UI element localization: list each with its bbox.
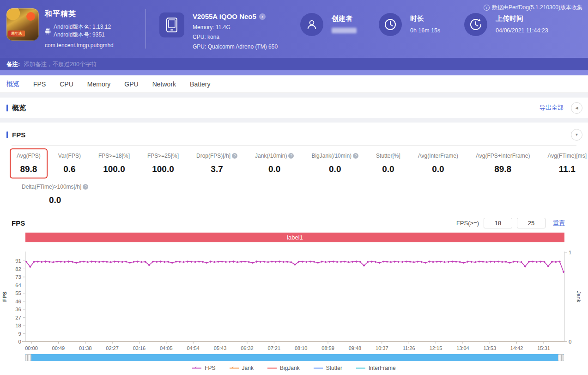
android-version-name: Android版本名: 1.13.12 [54,23,111,31]
tab-Network[interactable]: Network [152,80,176,88]
help-icon[interactable] [232,153,237,159]
svg-text:11:26: 11:26 [403,345,415,351]
fps-chart[interactable]: 0918273646556473829101FPSJank00:0000:490… [0,242,588,353]
stat-value: 0.0 [255,164,294,174]
game-title: 和平精英 [45,9,114,19]
creator-label: 创建者 [332,14,357,23]
tab-概览[interactable]: 概览 [6,80,19,88]
legend-FPS[interactable]: FPS [192,365,215,371]
tab-Memory[interactable]: Memory [87,80,111,88]
svg-text:91: 91 [15,258,21,264]
device-info-icon[interactable]: i [259,13,266,20]
upload-block: 上传时间 04/06/2021 11:44:23 [464,13,548,36]
svg-text:73: 73 [15,274,21,280]
section-accent-bar [6,131,8,138]
info-icon: i [484,5,490,11]
svg-text:46: 46 [15,299,21,304]
phone-icon [159,12,184,37]
stat-value: 0.6 [58,164,81,174]
collect-info-text: 数据由PerfDog(5.1.210300)版本收集 [492,4,582,12]
svg-text:04:05: 04:05 [160,345,173,351]
export-all-link[interactable]: 导出全部 [540,104,564,112]
fps-threshold-input-1[interactable] [484,218,512,228]
svg-text:64: 64 [15,283,21,288]
stat-label: Avg(InterFrame) [418,153,458,159]
svg-text:01:38: 01:38 [79,345,92,351]
duration-label: 时长 [410,14,440,23]
svg-text:04:54: 04:54 [187,345,200,351]
upload-time-label: 上传时间 [496,14,548,23]
chart-range-slider[interactable] [25,354,564,361]
history-clock-icon [464,13,487,36]
svg-text:13:53: 13:53 [483,345,496,351]
slider-left-handle[interactable] [25,354,31,361]
svg-text:36: 36 [15,307,21,312]
help-icon[interactable] [83,184,88,190]
user-icon [300,13,323,36]
svg-text:08:10: 08:10 [295,345,308,351]
stat-FPS>=18[%]: FPS>=18[%]100.0 [92,149,136,178]
legend-label: BigJank [280,365,300,371]
stat-FPS>=25[%]: FPS>=25[%]100.0 [141,149,185,178]
collapse-down-button[interactable]: ▼ [571,129,582,141]
legend-label: Jank [242,365,254,371]
legend-marker-icon [230,368,239,369]
stat-label: Drop(FPS)[/h] [196,153,230,159]
tab-CPU[interactable]: CPU [60,80,73,88]
tab-GPU[interactable]: GPU [124,80,138,88]
note-bar[interactable]: 备注: 添加备注，不超过200个字符 [0,58,588,70]
legend-label: FPS [205,365,215,371]
tab-Battery[interactable]: Battery [190,80,210,88]
legend-Stutter[interactable]: Stutter [314,365,342,371]
stat-label: FPS>=25[%] [147,153,179,159]
stat-Drop(FPS)[/h]: Drop(FPS)[/h]3.7 [190,149,243,178]
device-cpu: CPU: kona [193,32,278,42]
legend-label: Stutter [326,365,342,371]
fps-chart-canvas[interactable]: 0918273646556473829101FPSJank00:0000:490… [0,242,588,353]
fps-threshold-label: FPS(>=) [456,220,479,227]
chart-legend: FPSJankBigJankStutterInterFrame [0,365,588,371]
stat-value: 100.0 [147,164,179,174]
device-gpu: GPU: Qualcomm Adreno (TM) 650 [193,42,278,52]
help-icon[interactable] [288,153,294,159]
note-placeholder[interactable]: 添加备注，不超过200个字符 [24,61,97,68]
chart-label-banner: label1 [25,233,564,242]
stat-value: 100.0 [98,164,130,174]
tab-FPS[interactable]: FPS [33,80,46,88]
legend-marker-icon [356,368,365,369]
clock-icon [379,13,402,36]
collapse-left-button[interactable]: ◀ [571,102,582,114]
svg-text:00:00: 00:00 [25,345,38,351]
svg-text:14:42: 14:42 [510,345,523,351]
legend-Jank[interactable]: Jank [230,365,254,371]
stat-Avg(FPS+InterFrame): Avg(FPS+InterFrame)89.8 [470,149,536,178]
fps-threshold-input-2[interactable] [517,218,546,228]
legend-InterFrame[interactable]: InterFrame [356,365,396,371]
svg-text:12:15: 12:15 [430,345,443,351]
svg-text:Jank: Jank [576,291,582,302]
help-icon[interactable] [353,153,358,159]
stat-label: Avg(FPS) [17,153,41,159]
stat-label: BigJank(/10min) [311,153,352,159]
note-label: 备注: [6,61,20,68]
reset-button[interactable]: 重置 [553,219,565,227]
svg-text:02:27: 02:27 [106,345,119,351]
stat-value: 0.0 [418,164,458,174]
fps-stats-row2: Delta(FTime)>100ms[/h]0.0 [0,178,588,209]
package-name: com.tencent.tmgp.pubgmhd [45,42,114,49]
legend-marker-icon [192,368,201,369]
svg-text:07:21: 07:21 [268,345,281,351]
svg-text:13:04: 13:04 [456,345,469,351]
stat-label: Avg(FTime)[ms] [547,153,587,159]
header-bottom-strip [0,70,588,75]
legend-label: InterFrame [369,365,396,371]
stat-Delta(FTime)>100ms[/h]: Delta(FTime)>100ms[/h]0.0 [16,180,94,209]
stat-label: Stutter[%] [376,153,400,159]
header-divider [145,9,146,49]
slider-right-handle[interactable] [558,354,564,361]
legend-BigJank[interactable]: BigJank [267,365,300,371]
fps-stats-row: Avg(FPS)89.8Var(FPS)0.6FPS>=18[%]100.0FP… [0,146,588,178]
stat-Avg(FPS): Avg(FPS)89.8 [11,149,47,178]
stat-value: 0.0 [22,195,88,205]
svg-text:82: 82 [15,266,21,272]
